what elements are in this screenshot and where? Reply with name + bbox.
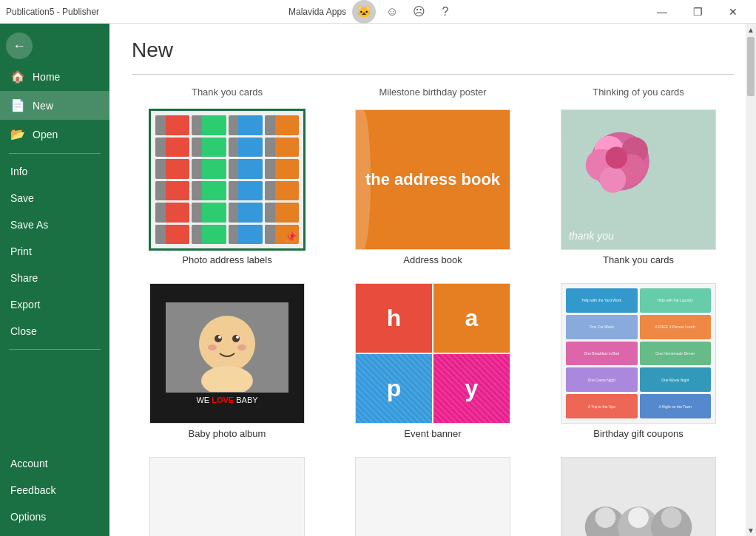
pal-cell xyxy=(229,115,263,135)
sidebar-item-save-as[interactable]: Save As xyxy=(0,211,109,238)
content-scroll[interactable]: New Thank you cards Milestone birthday p… xyxy=(109,24,756,536)
baby-love-text: LOVE xyxy=(212,396,234,404)
template-thumb-placeholder-2[interactable] xyxy=(355,457,510,536)
sidebar-open-label: Open xyxy=(33,129,58,140)
template-thumb-photo-labels[interactable]: Photo address labels 📌 xyxy=(149,109,305,250)
sidebar-options-label: Options xyxy=(10,511,46,523)
help-icon[interactable]: ? xyxy=(435,1,456,22)
title-divider xyxy=(132,74,734,75)
coupons-thumb: Help with the Yard Work Help with the La… xyxy=(561,284,715,423)
app-body: ← 🏠 Home 📄 New 📂 Open Info Save Save As … xyxy=(0,24,756,536)
template-label-thankyou-pink: Thank you cards xyxy=(603,254,674,265)
coupon-cell: One Car Wash xyxy=(566,315,638,339)
scroll-down-arrow[interactable]: ▼ xyxy=(746,524,756,536)
baby-thumb: WE LOVE BABY xyxy=(150,284,304,423)
section-milestone: Milestone birthday poster xyxy=(337,86,528,98)
template-thankyou-pink[interactable]: thank you Thank you cards xyxy=(543,109,734,265)
svg-point-26 xyxy=(595,507,616,528)
template-birthday-coupons[interactable]: Help with the Yard Work Help with the La… xyxy=(543,283,734,439)
pal-cell xyxy=(265,159,299,179)
back-button[interactable]: ← xyxy=(6,33,33,59)
sidebar-info-label: Info xyxy=(10,166,27,177)
sidebar-item-export[interactable]: Export xyxy=(0,291,109,318)
pal-cell xyxy=(192,203,226,223)
people-thumb xyxy=(561,458,715,536)
minimize-button[interactable]: — xyxy=(645,0,679,24)
close-button[interactable]: ✕ xyxy=(716,0,750,24)
new-icon: 📄 xyxy=(10,98,25,112)
template-label-event: Event banner xyxy=(404,428,461,439)
restore-button[interactable]: ❐ xyxy=(681,0,715,24)
svg-point-18 xyxy=(237,345,246,350)
coupon-cell: One Game Night xyxy=(566,367,638,392)
sidebar-export-label: Export xyxy=(10,299,40,311)
pal-cell xyxy=(265,138,299,157)
template-photo-address-labels[interactable]: Photo address labels 📌 Photo address lab… xyxy=(132,109,323,265)
pal-cell xyxy=(155,159,189,179)
emoji-icon[interactable]: ☺ xyxy=(382,1,402,22)
avatar-area: Malavida Apps 🐱 ☺ ☹ ? xyxy=(288,0,456,24)
placeholder-2-svg xyxy=(356,457,510,536)
sidebar-home-label: Home xyxy=(33,71,60,83)
pal-cell xyxy=(192,225,226,245)
template-grid-row1: Photo address labels 📌 Photo address lab… xyxy=(132,109,734,283)
sidebar-item-info[interactable]: Info xyxy=(0,158,109,185)
svg-point-17 xyxy=(208,345,217,350)
address-book-thumb: the address book xyxy=(356,110,510,249)
app-label: Malavida Apps xyxy=(288,7,346,17)
pal-cell xyxy=(155,203,189,223)
sidebar-item-print[interactable]: Print xyxy=(0,238,109,265)
titlebar-title: Publication5 - Publisher xyxy=(6,7,99,17)
sidebar-item-home[interactable]: 🏠 Home xyxy=(0,62,109,91)
template-thumb-thankyou-pink[interactable]: thank you xyxy=(561,109,716,250)
open-icon: 📂 xyxy=(10,127,25,141)
template-baby-photo-album[interactable]: WE LOVE BABY Baby photo album xyxy=(132,283,323,439)
sidebar-item-save[interactable]: Save xyxy=(0,185,109,211)
sidebar-feedback-label: Feedback xyxy=(10,484,55,496)
pal-cell xyxy=(192,138,226,157)
sad-icon[interactable]: ☹ xyxy=(408,1,429,22)
scrollbar[interactable]: ▲ ▼ xyxy=(746,24,756,536)
baby-baby-text: BABY xyxy=(234,396,257,404)
sidebar-divider-1 xyxy=(9,153,101,154)
coupon-cell: Help with the Laundry xyxy=(640,288,712,313)
scroll-thumb[interactable] xyxy=(747,37,755,96)
pal-cell xyxy=(265,181,299,201)
sidebar-item-close[interactable]: Close xyxy=(0,318,109,345)
sidebar-item-new[interactable]: 📄 New xyxy=(0,91,109,120)
baby-caption: WE LOVE BABY xyxy=(196,396,257,404)
sidebar-item-share[interactable]: Share xyxy=(0,265,109,291)
template-label-address-book: Address book xyxy=(403,254,462,265)
template-label-photo-labels: Photo address labels xyxy=(182,254,271,265)
svg-point-12 xyxy=(199,316,255,372)
photo-labels-grid xyxy=(151,111,303,248)
template-people[interactable] xyxy=(543,457,734,536)
coupon-cell: A FREE 4-Person Lunch xyxy=(640,315,712,339)
scroll-up-arrow[interactable]: ▲ xyxy=(746,24,756,35)
sidebar-item-feedback[interactable]: Feedback xyxy=(0,477,109,503)
template-placeholder-1[interactable] xyxy=(132,457,323,536)
template-grid-row2: WE LOVE BABY Baby photo album h a p y xyxy=(132,283,734,457)
sidebar-item-account[interactable]: Account xyxy=(0,450,109,477)
coupon-cell: Help with the Yard Work xyxy=(566,288,638,313)
template-thumb-placeholder-1[interactable] xyxy=(149,457,305,536)
template-thumb-coupons[interactable]: Help with the Yard Work Help with the La… xyxy=(561,283,716,424)
template-thumb-people[interactable] xyxy=(561,457,716,536)
pin-icon[interactable]: 📌 xyxy=(285,231,297,242)
template-address-book[interactable]: the address book Address book xyxy=(337,109,528,265)
template-placeholder-2[interactable] xyxy=(337,457,528,536)
sidebar-item-open[interactable]: 📂 Open xyxy=(0,120,109,149)
address-book-wave xyxy=(356,110,371,249)
placeholder-svg xyxy=(150,457,304,536)
sidebar-divider-2 xyxy=(9,349,101,350)
template-thumb-address-book[interactable]: the address book xyxy=(355,109,510,250)
address-book-text: the address book xyxy=(365,169,500,191)
pal-cell xyxy=(192,159,226,179)
sidebar-close-label: Close xyxy=(10,325,37,337)
thankyou-text: thank you xyxy=(569,230,614,242)
sidebar-save-label: Save xyxy=(10,192,34,204)
template-event-banner[interactable]: h a p y Event banner xyxy=(337,283,528,439)
sidebar-item-options[interactable]: Options xyxy=(0,503,109,530)
template-thumb-baby[interactable]: WE LOVE BABY xyxy=(149,283,305,424)
template-thumb-event[interactable]: h a p y xyxy=(355,283,510,424)
